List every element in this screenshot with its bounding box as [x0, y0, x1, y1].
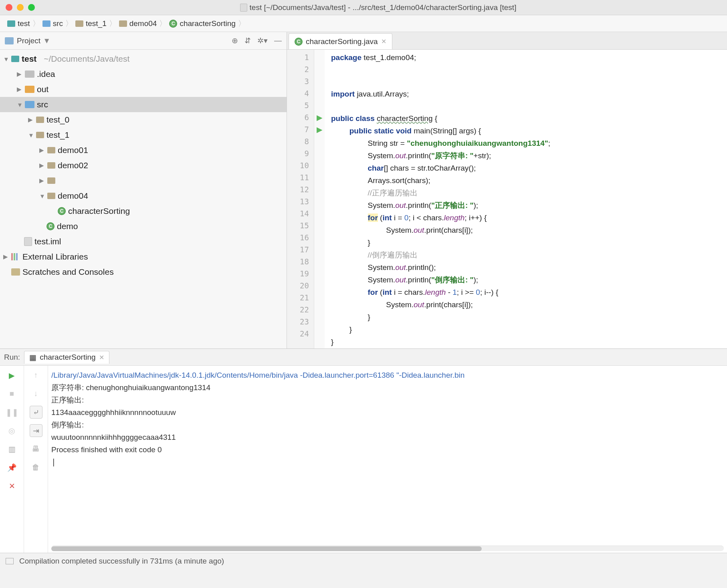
run-tab-icon: ▦: [29, 353, 36, 362]
run-sub-toolbar: ↑ ↓ ⤶ ⇥ 🖶 🗑: [24, 366, 48, 553]
maximize-icon[interactable]: [28, 4, 35, 11]
project-sidebar: Project ▼ ⊕ ⇵ ✲▾ — ▼test ~/Documents/Jav…: [0, 32, 287, 348]
run-panel: Run: ▦ characterSorting ✕ ▶ ■ ❚❚ ◎ ▥ 📌 ✕…: [0, 348, 727, 553]
run-gutter-icon[interactable]: ▶: [314, 123, 325, 135]
run-gutter-icon[interactable]: ▶: [314, 111, 325, 123]
package-icon: [75, 20, 83, 27]
folder-icon: [25, 86, 34, 93]
soft-wrap-icon[interactable]: ⤶: [30, 406, 42, 419]
window-title: test [~/Documents/Java/test] - .../src/t…: [35, 3, 721, 12]
class-icon: C: [46, 222, 55, 230]
package-icon: [47, 193, 55, 199]
pause-icon[interactable]: ❚❚: [6, 406, 18, 419]
iml-icon: [24, 237, 32, 246]
tree-scratches[interactable]: Scratches and Consoles: [0, 264, 287, 280]
libraries-icon: [11, 253, 20, 260]
title-text: test [~/Documents/Java/test] - .../src/t…: [250, 3, 517, 12]
close-icon[interactable]: ✕: [99, 354, 104, 361]
class-icon: C: [169, 20, 177, 28]
package-icon: [47, 147, 55, 153]
rerun-icon[interactable]: ▶: [6, 369, 18, 382]
tree-item[interactable]: ▼demo04: [0, 188, 287, 203]
tree-file[interactable]: test.iml: [0, 234, 287, 249]
package-icon: [47, 162, 55, 169]
tab-label: characterSorting.java: [306, 37, 378, 46]
run-tab[interactable]: ▦ characterSorting ✕: [24, 351, 109, 364]
stop-icon[interactable]: ■: [6, 387, 18, 400]
status-icon[interactable]: [6, 558, 14, 564]
console-output[interactable]: /Library/Java/JavaVirtualMachines/jdk-14…: [48, 366, 727, 546]
settings-icon[interactable]: ✲▾: [257, 36, 268, 45]
print-icon[interactable]: 🖶: [30, 443, 42, 455]
tree-item[interactable]: ▶: [0, 173, 287, 188]
layout-icon[interactable]: ▥: [6, 443, 18, 455]
sidebar-header[interactable]: Project ▼ ⊕ ⇵ ✲▾ —: [0, 32, 287, 50]
breadcrumb-item[interactable]: test_1: [74, 19, 108, 28]
up-icon[interactable]: ↑: [30, 369, 42, 382]
folder-icon: [42, 20, 50, 27]
collapse-icon[interactable]: ⇵: [244, 36, 251, 45]
pin-icon[interactable]: 📌: [6, 461, 18, 474]
project-icon: [5, 37, 14, 44]
minimize-icon[interactable]: [17, 4, 24, 11]
scrollbar-thumb[interactable]: [51, 546, 482, 551]
chevron-down-icon[interactable]: ▼: [43, 36, 50, 45]
breadcrumb-item[interactable]: test: [6, 19, 32, 28]
tree-root[interactable]: ▼test ~/Documents/Java/test: [0, 51, 287, 66]
status-bar: Compilation completed successfully in 73…: [0, 553, 727, 569]
tree-item-src[interactable]: ▼src: [0, 97, 287, 112]
close-icon[interactable]: [6, 4, 12, 11]
document-icon: [240, 4, 247, 12]
editor-tabs: C characterSorting.java ✕: [287, 32, 727, 50]
tree-item[interactable]: ▶demo01: [0, 143, 287, 158]
run-tab-label: characterSorting: [40, 353, 95, 362]
editor-pane: C characterSorting.java ✕ 12345678910111…: [287, 32, 727, 348]
scroll-end-icon[interactable]: ⇥: [30, 424, 42, 437]
code-text[interactable]: package test_1.demo04; import java.util.…: [325, 50, 727, 348]
dump-icon[interactable]: ◎: [6, 424, 18, 437]
status-text: Compilation completed successfully in 73…: [19, 557, 224, 566]
folder-icon: [25, 70, 34, 78]
breadcrumb-item[interactable]: src: [41, 19, 65, 28]
project-tree[interactable]: ▼test ~/Documents/Java/test ▶.idea ▶out …: [0, 50, 287, 348]
close-run-icon[interactable]: ✕: [6, 479, 18, 492]
tree-item[interactable]: ▶.idea: [0, 66, 287, 82]
tree-file[interactable]: CcharacterSorting: [0, 203, 287, 219]
breadcrumb-item[interactable]: demo04: [117, 19, 159, 28]
editor-tab[interactable]: C characterSorting.java ✕: [289, 33, 392, 49]
class-icon: C: [58, 207, 66, 215]
scratches-icon: [11, 268, 20, 276]
tree-item[interactable]: ▼test_1: [0, 127, 287, 143]
down-icon[interactable]: ↓: [30, 387, 42, 400]
hide-icon[interactable]: —: [274, 36, 282, 45]
tree-file[interactable]: Cdemo: [0, 219, 287, 234]
run-toolbar: ▶ ■ ❚❚ ◎ ▥ 📌 ✕: [0, 366, 24, 553]
breadcrumb-item[interactable]: CcharacterSorting: [168, 19, 237, 28]
module-icon: [11, 56, 19, 62]
horizontal-scrollbar[interactable]: [51, 546, 724, 551]
tree-ext-libs[interactable]: ▶External Libraries: [0, 249, 287, 264]
source-folder-icon: [25, 101, 34, 108]
close-icon[interactable]: ✕: [381, 38, 386, 45]
run-label: Run:: [4, 353, 20, 362]
code-editor[interactable]: 123456789101112131415161718192021222324 …: [287, 50, 727, 348]
class-icon: C: [295, 38, 303, 46]
window-titlebar: test [~/Documents/Java/test] - .../src/t…: [0, 0, 727, 15]
sidebar-title: Project: [17, 36, 40, 45]
locate-icon[interactable]: ⊕: [232, 36, 238, 45]
tree-item[interactable]: ▶demo02: [0, 158, 287, 173]
window-controls: [6, 4, 35, 11]
module-icon: [7, 20, 15, 27]
run-header: Run: ▦ characterSorting ✕: [0, 349, 727, 366]
breadcrumb: test〉 src〉 test_1〉 demo04〉 CcharacterSor…: [0, 15, 727, 32]
tree-item[interactable]: ▶out: [0, 82, 287, 97]
trash-icon[interactable]: 🗑: [30, 461, 42, 474]
gutter-icons: ▶ ▶: [314, 50, 325, 348]
package-icon: [36, 132, 44, 138]
line-gutter: 123456789101112131415161718192021222324: [287, 50, 314, 348]
package-icon: [36, 117, 44, 123]
package-icon: [119, 20, 127, 27]
tree-item[interactable]: ▶test_0: [0, 112, 287, 127]
package-icon: [47, 177, 55, 184]
